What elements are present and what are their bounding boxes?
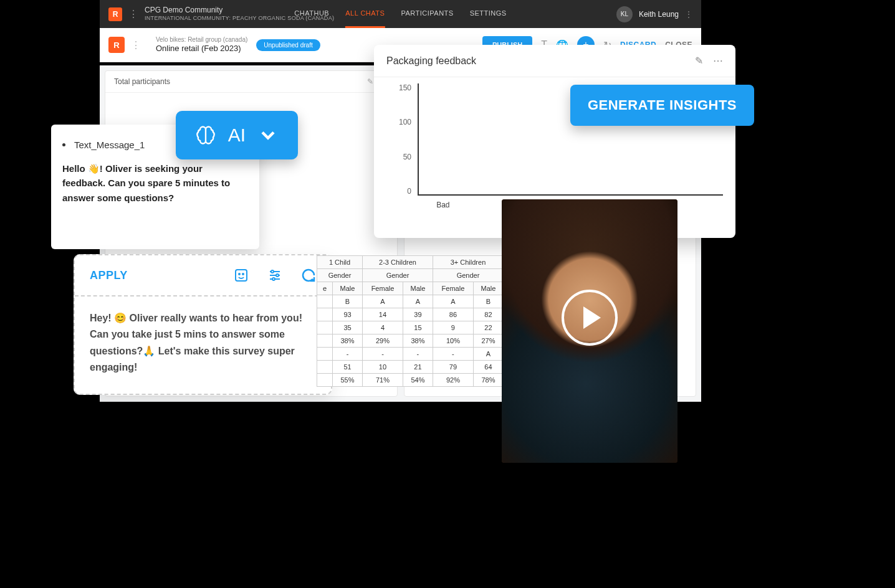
project-name: Online retail (Feb 2023) <box>156 44 247 54</box>
ai-suggestion-text: Hey! 😊 Oliver really wants to hear from … <box>75 296 331 394</box>
user-menu-kebab-icon[interactable]: ⋮ <box>685 10 692 19</box>
regenerate-icon[interactable] <box>301 268 316 283</box>
topbar-menu-icon[interactable]: ⋮ <box>128 8 138 20</box>
edit-icon[interactable]: ✎ <box>367 77 373 86</box>
bar-plot <box>418 83 723 196</box>
crosstab-table: 1 Child2-3 Children3+ ChildrenGenderGend… <box>317 255 504 387</box>
text-message-label: Text_Message_1 <box>74 140 145 150</box>
chevron-down-icon <box>257 124 279 146</box>
status-badge: Unpublished draft <box>256 39 320 51</box>
apply-button[interactable]: APPLY <box>90 269 128 282</box>
svg-point-5 <box>272 278 275 280</box>
wave-icon: 👋 <box>88 163 100 174</box>
svg-rect-0 <box>236 270 247 281</box>
project-line: Velo bikes: Retail group (canada) <box>156 36 247 44</box>
user-menu[interactable]: KL Keith Leung ⋮ <box>616 6 692 22</box>
video-thumbnail[interactable] <box>502 199 677 463</box>
play-icon <box>562 290 618 346</box>
brand-logo: R <box>108 7 122 21</box>
avatar: KL <box>616 6 633 22</box>
svg-point-4 <box>276 274 279 277</box>
primary-nav: CHATHUB ALL CHATS PARTICIPANTS SETTINGS <box>294 0 506 28</box>
msg-pre: Hello <box>62 163 88 174</box>
svg-point-2 <box>242 273 244 275</box>
tab-all-chats[interactable]: ALL CHATS <box>345 0 385 28</box>
tab-chathub[interactable]: CHATHUB <box>294 0 329 28</box>
tab-participants[interactable]: PARTICIPANTS <box>401 0 453 28</box>
sticker-icon[interactable] <box>234 268 249 283</box>
text-message-body: Hello 👋! Oliver is seeking your feedback… <box>62 161 248 205</box>
brain-icon <box>194 124 217 146</box>
bullet-icon <box>62 143 65 146</box>
y-axis: 150100500 <box>386 83 411 196</box>
ai-dropdown-button[interactable]: AI <box>176 111 298 159</box>
app-topbar: R ⋮ CPG Demo Community INTERNATIONAL COM… <box>100 0 701 28</box>
svg-point-1 <box>239 273 240 275</box>
project-logo: R <box>108 37 125 53</box>
participants-card-title: Total participants <box>114 77 170 86</box>
ai-label: AI <box>228 125 246 146</box>
tab-settings[interactable]: SETTINGS <box>470 0 507 28</box>
sliders-icon[interactable] <box>267 268 282 283</box>
chart-menu-icon[interactable]: ⋯ <box>713 55 723 67</box>
svg-point-3 <box>271 270 274 273</box>
project-title-block: Velo bikes: Retail group (canada) Online… <box>156 36 247 54</box>
chart-edit-icon[interactable]: ✎ <box>695 55 703 67</box>
ai-suggestion-card: APPLY Hey! 😊 Oliver really wants to hear… <box>74 254 332 395</box>
user-name: Keith Leung <box>639 10 679 19</box>
project-menu-icon[interactable]: ⋮ <box>131 39 141 51</box>
chart-title: Packaging feedback <box>386 55 476 67</box>
